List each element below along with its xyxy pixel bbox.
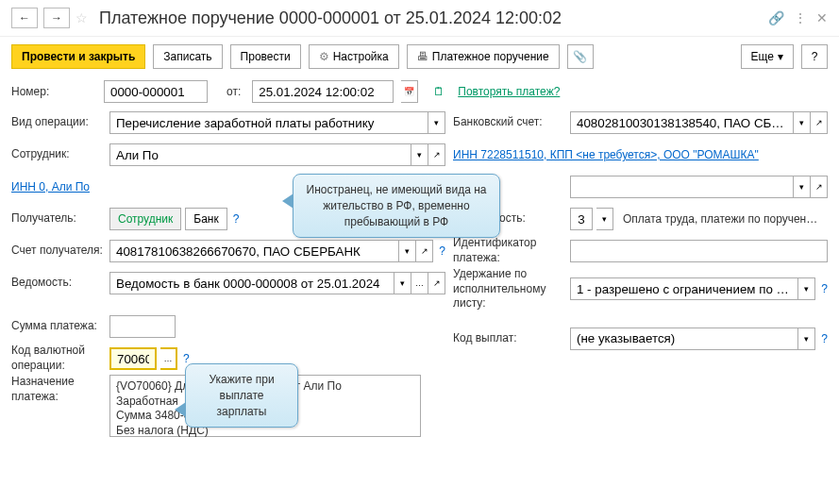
window-title: Платежное поручение 0000-000001 от 25.01… bbox=[99, 8, 763, 28]
cur-code-label: Код валютной операции: bbox=[11, 344, 106, 373]
vedomost-more[interactable]: … bbox=[411, 272, 428, 294]
link-icon[interactable]: 🔗 bbox=[768, 10, 784, 25]
cur-code-input[interactable] bbox=[109, 347, 157, 370]
number-input[interactable] bbox=[104, 80, 208, 103]
vedomost-dropdown[interactable]: ▾ bbox=[394, 272, 411, 294]
priority-dropdown[interactable]: ▾ bbox=[596, 208, 613, 230]
bank-acc-label: Банковский счет: bbox=[453, 115, 566, 130]
repeat-link[interactable]: Повторять платеж? bbox=[458, 85, 560, 98]
chevron-down-icon: ▾ bbox=[778, 50, 783, 63]
article-input[interactable] bbox=[570, 176, 794, 198]
back-button[interactable]: ← bbox=[11, 8, 38, 28]
rec-acc-dropdown[interactable]: ▾ bbox=[399, 240, 416, 262]
vedomost-label: Ведомость: bbox=[11, 276, 106, 291]
star-icon[interactable]: ☆ bbox=[76, 10, 88, 25]
inn-link[interactable]: ИНН 0, Али По bbox=[11, 180, 90, 193]
paycode-label: Код выплат: bbox=[453, 331, 566, 346]
rec-acc-open[interactable]: ↗ bbox=[416, 240, 433, 262]
kebab-icon[interactable]: ⋮ bbox=[794, 10, 807, 25]
submit-close-button[interactable]: Провести и закрыть bbox=[11, 44, 145, 69]
recipient-tab-employee[interactable]: Сотрудник bbox=[109, 208, 181, 230]
callout-foreigner: Иностранец, не имеющий вида на жительств… bbox=[293, 174, 500, 238]
withholding-input[interactable] bbox=[570, 277, 798, 300]
rec-acc-label: Счет получателя: bbox=[11, 244, 106, 259]
priority-input[interactable] bbox=[570, 208, 593, 230]
rec-acc-input[interactable] bbox=[109, 240, 399, 262]
settings-button[interactable]: ⚙Настройка bbox=[309, 44, 399, 69]
withholding-dropdown[interactable]: ▾ bbox=[798, 277, 815, 300]
priority-desc: Оплата труда, платежи по поручен… bbox=[623, 212, 828, 226]
recipient-help[interactable]: ? bbox=[233, 212, 240, 226]
sum-label: Сумма платежа: bbox=[11, 319, 106, 334]
org-inn-link[interactable]: ИНН 7228511510, КПП <не требуется>, ООО … bbox=[453, 148, 759, 161]
help-button[interactable]: ? bbox=[801, 44, 828, 69]
employee-input[interactable] bbox=[109, 143, 411, 166]
employee-dropdown[interactable]: ▾ bbox=[411, 143, 428, 166]
calendar-button[interactable]: 📅 bbox=[401, 80, 418, 103]
paycode-help[interactable]: ? bbox=[821, 332, 828, 345]
bank-acc-open[interactable]: ↗ bbox=[811, 111, 828, 134]
withholding-label: Удержание по исполнительному листу: bbox=[453, 267, 566, 311]
op-type-label: Вид операции: bbox=[11, 115, 106, 130]
print-button[interactable]: 🖶Платежное поручение bbox=[407, 44, 560, 69]
rec-acc-help[interactable]: ? bbox=[439, 244, 445, 258]
recipient-tab-bank[interactable]: Банк bbox=[185, 208, 227, 230]
op-type-input[interactable] bbox=[109, 111, 428, 134]
employee-open[interactable]: ↗ bbox=[428, 143, 445, 166]
gear-icon: ⚙ bbox=[319, 50, 329, 63]
employee-label: Сотрудник: bbox=[11, 147, 106, 162]
printer-icon: 🖶 bbox=[417, 50, 428, 63]
op-type-dropdown[interactable]: ▾ bbox=[428, 111, 445, 134]
withholding-help[interactable]: ? bbox=[821, 282, 828, 295]
pay-id-input[interactable] bbox=[570, 240, 828, 262]
paycode-dropdown[interactable]: ▾ bbox=[798, 328, 815, 350]
bank-acc-dropdown[interactable]: ▾ bbox=[794, 111, 811, 134]
paycode-input[interactable] bbox=[570, 328, 798, 350]
forward-button[interactable]: → bbox=[43, 8, 70, 28]
callout-specify: Укажите при выплате зарплаты bbox=[185, 363, 298, 428]
date-input[interactable] bbox=[252, 80, 394, 103]
recipient-label: Получатель: bbox=[11, 211, 106, 227]
bank-acc-input[interactable] bbox=[570, 111, 794, 134]
date-label: от: bbox=[227, 85, 241, 98]
attachment-button[interactable]: 📎 bbox=[567, 44, 594, 69]
more-button[interactable]: Еще ▾ bbox=[741, 44, 794, 69]
vedomost-input[interactable] bbox=[109, 272, 394, 294]
cur-code-more[interactable]: … bbox=[160, 347, 177, 370]
schedule-icon[interactable]: 🗒 bbox=[433, 85, 445, 98]
close-icon[interactable]: ✕ bbox=[816, 10, 828, 25]
number-label: Номер: bbox=[11, 85, 96, 98]
article-open[interactable]: ↗ bbox=[811, 176, 828, 198]
vedomost-open[interactable]: ↗ bbox=[428, 272, 445, 294]
purpose-label: Назначение платежа: bbox=[11, 375, 106, 404]
sum-input[interactable] bbox=[109, 315, 176, 338]
save-button[interactable]: Записать bbox=[153, 44, 222, 69]
article-dropdown[interactable]: ▾ bbox=[794, 176, 811, 198]
pay-id-label: Идентификатор платежа: bbox=[453, 236, 566, 265]
submit-button[interactable]: Провести bbox=[230, 44, 301, 69]
